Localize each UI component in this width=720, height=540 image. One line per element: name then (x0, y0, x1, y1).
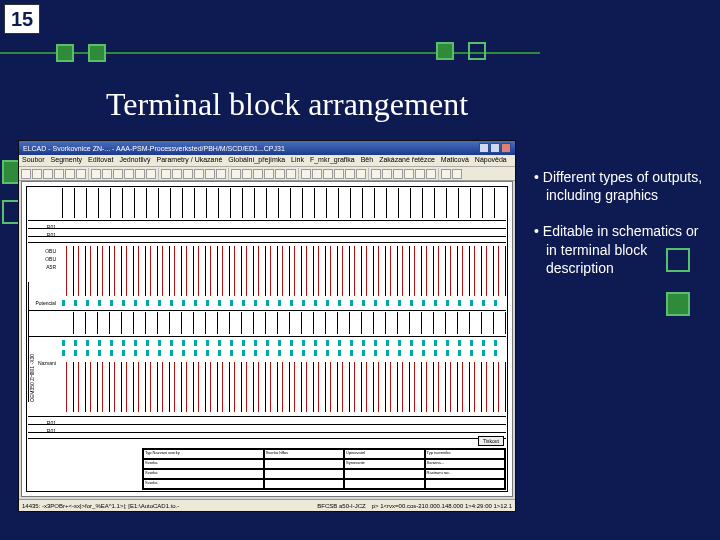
embedded-app-window: ELCAD - Svorkovnice ZN-... - AAA-PSM-Pro… (18, 140, 516, 512)
toolbar-button[interactable] (135, 169, 145, 179)
toolbar-button[interactable] (301, 169, 311, 179)
toolbar-button[interactable] (334, 169, 344, 179)
toolbar-button[interactable] (452, 169, 462, 179)
menu-item[interactable]: Maticová (441, 156, 469, 165)
toolbar-button[interactable] (216, 169, 226, 179)
status-right: p> 1<rvx=00.cos-210.000.148.000 1>4:29:0… (372, 503, 512, 509)
rule-line (28, 220, 506, 221)
toolbar-button[interactable] (356, 169, 366, 179)
toolbar-button[interactable] (91, 169, 101, 179)
toolbar-button[interactable] (312, 169, 322, 179)
rule-line (28, 236, 506, 237)
toolbar-button[interactable] (264, 169, 274, 179)
terminal-header-col (290, 188, 302, 218)
toolbar-button[interactable] (323, 169, 333, 179)
toolbar-button[interactable] (371, 169, 381, 179)
toolbar-button[interactable] (426, 169, 436, 179)
toolbar-button[interactable] (43, 169, 53, 179)
toolbar-button[interactable] (183, 169, 193, 179)
toolbar-button[interactable] (382, 169, 392, 179)
toolbar-button[interactable] (231, 169, 241, 179)
print-button[interactable]: Tiskout (478, 436, 504, 446)
toolbar-button[interactable] (124, 169, 134, 179)
menu-item[interactable]: Editovat (88, 156, 113, 165)
toolbar-button[interactable] (113, 169, 123, 179)
toolbar-button[interactable] (205, 169, 215, 179)
app-toolbar[interactable] (19, 167, 515, 181)
menu-item[interactable]: Parametry / Ukazané (157, 156, 223, 165)
toolbar-button[interactable] (76, 169, 86, 179)
terminal-header-col (218, 188, 230, 218)
row-label: R01 (28, 224, 58, 230)
terminal-header-col (74, 188, 86, 218)
toolbar-button[interactable] (161, 169, 171, 179)
rule-line (28, 438, 506, 439)
terminal-header-col (254, 188, 266, 218)
tb-cell: Upinovatel (344, 449, 424, 459)
tb-cell: Sararna... (425, 459, 505, 469)
menu-item[interactable]: Globální_přejímka (228, 156, 285, 165)
toolbar-button[interactable] (286, 169, 296, 179)
terminal-header-col (278, 188, 290, 218)
terminal-header-col (122, 188, 134, 218)
terminal-header-col (470, 188, 482, 218)
toolbar-button[interactable] (275, 169, 285, 179)
menu-item[interactable]: Link (291, 156, 304, 165)
row-label: R01 (28, 420, 58, 426)
toolbar-button[interactable] (242, 169, 252, 179)
menu-item[interactable]: Jednotlivý (119, 156, 150, 165)
potential-row (62, 340, 506, 346)
maximize-icon[interactable] (490, 143, 500, 153)
tb-cell (344, 479, 424, 489)
close-icon[interactable] (501, 143, 511, 153)
terminal-strip-number (62, 312, 506, 334)
terminal-header-col (350, 188, 362, 218)
menu-item[interactable]: F_mkr_grafika (310, 156, 355, 165)
terminal-header-col (374, 188, 386, 218)
tb-cell (344, 469, 424, 479)
terminal-header-col (386, 188, 398, 218)
toolbar-button[interactable] (54, 169, 64, 179)
toolbar-button[interactable] (146, 169, 156, 179)
terminal-header-col (398, 188, 410, 218)
minimize-icon[interactable] (479, 143, 489, 153)
rule-line (28, 424, 506, 425)
toolbar-button[interactable] (21, 169, 31, 179)
toolbar-button[interactable] (441, 169, 451, 179)
potential-row (62, 350, 506, 356)
tb-cell: Svorka (143, 469, 264, 479)
toolbar-button[interactable] (253, 169, 263, 179)
terminal-header-col (230, 188, 242, 218)
tb-cell: Typ tvoreniho (425, 449, 505, 459)
terminal-header-col (338, 188, 350, 218)
menu-item[interactable]: Nápověda (475, 156, 507, 165)
menu-item[interactable]: Soubor (22, 156, 45, 165)
slide-title: Terminal block arrangement (106, 86, 468, 123)
rule-line (28, 310, 506, 311)
toolbar-button[interactable] (32, 169, 42, 179)
toolbar-button[interactable] (172, 169, 182, 179)
toolbar-button[interactable] (102, 169, 112, 179)
row-label: Nazvani (28, 360, 58, 366)
drawing-canvas[interactable]: R01 R01 OBU OBU A5R OEM350 ZH801 -X30 Po… (21, 181, 513, 497)
menu-item[interactable]: Zakázané řetězce (379, 156, 435, 165)
toolbar-button[interactable] (65, 169, 75, 179)
terminal-header-col (182, 188, 194, 218)
terminal-header-col (206, 188, 218, 218)
terminal-header-col (242, 188, 254, 218)
status-left: 14435: -x3POBr+<-sx|>for_%EA^1.1>|; [E1:… (22, 503, 179, 509)
toolbar-button[interactable] (415, 169, 425, 179)
menu-item[interactable]: Běh (361, 156, 373, 165)
toolbar-button[interactable] (194, 169, 204, 179)
terminal-header-col (194, 188, 206, 218)
app-menubar[interactable]: Soubor Segmenty Editovat Jednotlivý Para… (19, 155, 515, 167)
terminal-header-col (86, 188, 98, 218)
toolbar-button[interactable] (345, 169, 355, 179)
terminal-header-col (458, 188, 470, 218)
menu-item[interactable]: Segmenty (51, 156, 83, 165)
tb-cell: Svorka hBav (264, 449, 344, 459)
toolbar-button[interactable] (393, 169, 403, 179)
window-buttons[interactable] (479, 143, 511, 153)
terminal-header-col (302, 188, 314, 218)
toolbar-button[interactable] (404, 169, 414, 179)
